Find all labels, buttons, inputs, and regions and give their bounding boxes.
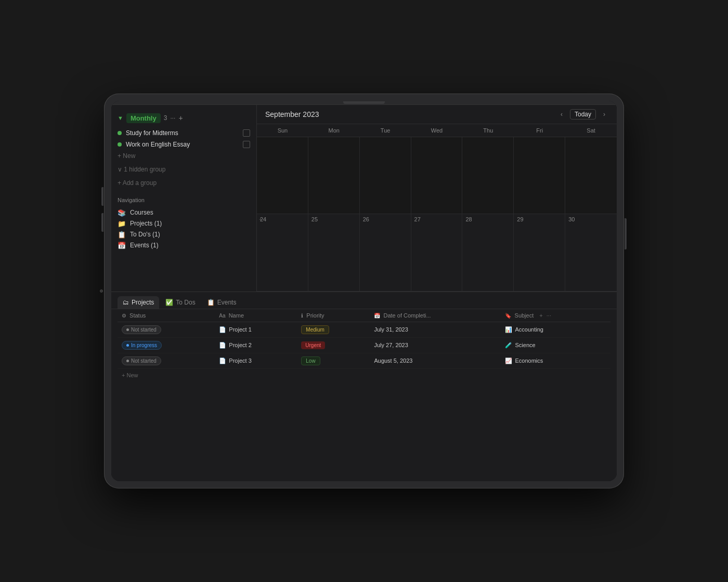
- task-item-essay[interactable]: Work on English Essay: [111, 139, 256, 150]
- col-status-label: Status: [129, 312, 146, 319]
- subject-col-icon: 🔖: [505, 313, 511, 319]
- table-header-row: ⚙ Status Aa Name ℹ Priority: [118, 309, 610, 322]
- day-sat: Sat: [565, 124, 617, 137]
- date-cell-1: July 31, 2023: [370, 322, 501, 337]
- cal-date-27: 27: [414, 216, 459, 222]
- day-sun: Sun: [257, 124, 308, 137]
- todos-tab-icon: ✅: [165, 299, 173, 306]
- more-options-icon[interactable]: ···: [170, 114, 175, 122]
- col-subject-label: Subject: [515, 312, 534, 319]
- new-task-label: + New: [118, 152, 135, 160]
- col-date-label: Date of Completi...: [383, 312, 431, 319]
- subject-cell-2[interactable]: 🧪 Science: [501, 337, 610, 353]
- subject-icon-1: 📊: [505, 326, 512, 333]
- name-cell-1[interactable]: 📄 Project 1: [215, 322, 297, 337]
- task-dot-essay: [118, 142, 122, 147]
- add-column-button[interactable]: +: [539, 312, 542, 319]
- cal-date-28: 28: [465, 216, 510, 222]
- task-checkbox-study[interactable]: [243, 129, 250, 137]
- day-mon: Mon: [308, 124, 360, 137]
- status-cell-3[interactable]: Not started: [118, 353, 215, 368]
- cal-cell-empty-2: [308, 137, 360, 215]
- calendar-section: September 2023 ‹ Today › Sun Mon Tue Wed: [257, 105, 617, 292]
- add-row-button[interactable]: + New: [118, 369, 610, 381]
- cal-cell-26[interactable]: 26: [360, 214, 411, 292]
- today-button[interactable]: Today: [570, 109, 596, 120]
- cal-cell-24[interactable]: + 24: [257, 214, 308, 292]
- task-checkbox-essay[interactable]: [243, 141, 250, 148]
- table-row: In progress 📄 Project 2: [118, 337, 610, 353]
- tab-projects[interactable]: 🗂 Projects: [118, 296, 159, 309]
- add-group-button[interactable]: + Add a group: [111, 177, 256, 189]
- name-label-3: Project 3: [229, 358, 251, 364]
- cal-date-25: 25: [311, 216, 356, 222]
- nav-item-todos[interactable]: 📋 To Do's (1): [118, 229, 250, 240]
- courses-icon: 📚: [118, 209, 126, 217]
- day-wed: Wed: [411, 124, 463, 137]
- col-priority: ℹ Priority: [297, 309, 370, 322]
- name-cell-2[interactable]: 📄 Project 2: [215, 337, 297, 353]
- priority-cell-3[interactable]: Low: [297, 353, 370, 368]
- bottom-section: 🗂 Projects ✅ To Dos 📋 Events: [111, 292, 617, 481]
- cal-cell-29[interactable]: 29: [514, 214, 565, 292]
- cal-cell-28[interactable]: 28: [462, 214, 514, 292]
- hidden-group[interactable]: ∨ 1 hidden group: [111, 162, 256, 177]
- column-options-button[interactable]: ···: [547, 312, 551, 319]
- col-priority-label: Priority: [306, 312, 324, 319]
- nav-item-projects[interactable]: 📁 Projects (1): [118, 218, 250, 229]
- cal-date-26: 26: [363, 216, 408, 222]
- col-date: 📅 Date of Completi...: [370, 309, 501, 322]
- top-section: ▼ Monthly 3 ··· + Study for Midterms: [111, 105, 617, 292]
- tab-bar: 🗂 Projects ✅ To Dos 📋 Events: [111, 292, 617, 309]
- camera: [100, 289, 103, 293]
- calendar-body: + 24 25 26 27: [257, 137, 617, 292]
- tab-projects-label: Projects: [132, 299, 154, 306]
- sidebar: ▼ Monthly 3 ··· + Study for Midterms: [111, 105, 257, 292]
- calendar-days-header: Sun Mon Tue Wed Thu Fri Sat: [257, 124, 617, 137]
- subject-cell-3[interactable]: 📈 Economics: [501, 353, 610, 368]
- day-fri: Fri: [514, 124, 565, 137]
- add-group-label: + Add a group: [118, 179, 157, 187]
- tab-events-label: Events: [217, 299, 237, 306]
- prev-month-button[interactable]: ‹: [557, 110, 566, 119]
- task-item-study[interactable]: Study for Midterms: [111, 127, 256, 139]
- cal-cell-27[interactable]: 27: [411, 214, 463, 292]
- nav-label-events: Events (1): [130, 242, 159, 249]
- cal-cell-empty-3: [360, 137, 411, 215]
- add-row-label: + New: [122, 372, 138, 378]
- priority-cell-1[interactable]: Medium: [297, 322, 370, 337]
- nav-item-courses[interactable]: 📚 Courses: [118, 207, 250, 218]
- todos-icon: 📋: [118, 231, 126, 239]
- nav-label-courses: Courses: [130, 209, 153, 216]
- cal-cell-25[interactable]: 25: [308, 214, 360, 292]
- new-task-button[interactable]: + New: [111, 150, 256, 162]
- status-label-3: Not started: [131, 358, 157, 364]
- cal-date-24: 24: [260, 216, 305, 222]
- calendar-month-title: September 2023: [265, 110, 319, 118]
- top-bar: [111, 101, 617, 105]
- status-dot-1: [126, 328, 129, 331]
- next-month-button[interactable]: ›: [600, 110, 608, 119]
- priority-cell-2[interactable]: Urgent: [297, 337, 370, 353]
- table-row: Not started 📄 Project 3: [118, 353, 610, 368]
- cal-cell-30[interactable]: 30: [565, 214, 617, 292]
- power-button: [625, 218, 627, 249]
- task-dot-green: [118, 131, 122, 135]
- tab-todos[interactable]: ✅ To Dos: [160, 296, 200, 309]
- subject-cell-1[interactable]: 📊 Accounting: [501, 322, 610, 337]
- date-cell-2: July 27, 2023: [370, 337, 501, 353]
- cal-date-29: 29: [517, 216, 562, 222]
- tab-events[interactable]: 📋 Events: [202, 296, 242, 309]
- nav-item-events[interactable]: 📅 Events (1): [118, 240, 250, 251]
- name-file-icon-3: 📄: [219, 358, 226, 364]
- subject-label-2: Science: [515, 342, 535, 348]
- priority-badge-1: Medium: [301, 325, 329, 334]
- name-label-2: Project 2: [229, 342, 251, 348]
- nav-label-projects: Projects (1): [130, 220, 162, 227]
- status-cell-1[interactable]: Not started: [118, 322, 215, 337]
- status-badge-3: Not started: [122, 356, 161, 365]
- status-badge-1: Not started: [122, 325, 161, 334]
- name-cell-3[interactable]: 📄 Project 3: [215, 353, 297, 368]
- status-cell-2[interactable]: In progress: [118, 337, 215, 353]
- add-task-button[interactable]: +: [178, 114, 183, 122]
